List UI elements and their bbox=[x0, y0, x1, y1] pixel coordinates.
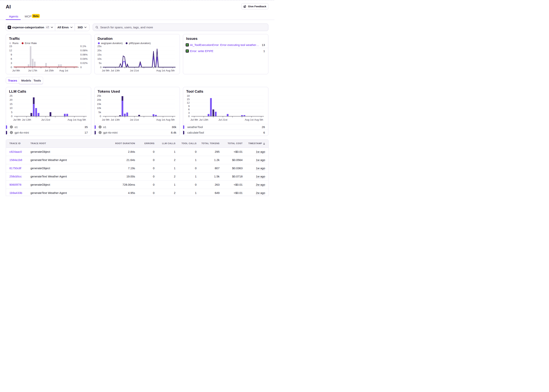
svg-text:5s: 5s bbox=[99, 62, 101, 64]
svg-text:0: 0 bbox=[100, 115, 101, 118]
svg-text:Jul 17th: Jul 17th bbox=[28, 69, 37, 72]
svg-text:15s: 15s bbox=[97, 53, 101, 56]
svg-text:Jul 13th: Jul 13th bbox=[199, 118, 208, 121]
svg-text:Jul 9th: Jul 9th bbox=[13, 118, 21, 121]
svg-text:Jul 13th: Jul 13th bbox=[111, 69, 120, 72]
svg-text:Aug 1st: Aug 1st bbox=[156, 69, 165, 72]
svg-text:Jul 21st: Jul 21st bbox=[130, 118, 139, 121]
svg-text:Aug 5th: Aug 5th bbox=[77, 118, 86, 121]
svg-text:Aug 1st: Aug 1st bbox=[59, 69, 68, 72]
svg-text:20: 20 bbox=[10, 98, 13, 101]
svg-text:15k: 15k bbox=[97, 102, 101, 105]
svg-text:0: 0 bbox=[11, 66, 12, 69]
svg-text:9: 9 bbox=[188, 105, 190, 107]
svg-text:10k: 10k bbox=[97, 107, 101, 110]
svg-text:Jul 13th: Jul 13th bbox=[111, 118, 120, 121]
svg-text:3: 3 bbox=[11, 62, 12, 64]
svg-text:Aug 1st: Aug 1st bbox=[245, 118, 254, 121]
svg-text:15: 15 bbox=[187, 98, 190, 100]
svg-text:0.08%: 0.08% bbox=[80, 49, 87, 52]
svg-text:Aug 5th: Aug 5th bbox=[254, 118, 263, 121]
svg-text:5k: 5k bbox=[98, 111, 101, 113]
svg-text:Aug 1st: Aug 1st bbox=[68, 118, 76, 121]
svg-text:18: 18 bbox=[187, 94, 190, 97]
svg-text:15: 15 bbox=[10, 102, 13, 105]
svg-text:0.1%: 0.1% bbox=[80, 45, 86, 48]
svg-text:Aug 5th: Aug 5th bbox=[166, 69, 175, 72]
svg-text:0: 0 bbox=[188, 115, 190, 118]
svg-text:15: 15 bbox=[9, 45, 12, 48]
svg-text:12: 12 bbox=[187, 101, 190, 104]
svg-text:25k: 25k bbox=[97, 94, 101, 97]
svg-text:5: 5 bbox=[11, 111, 13, 113]
svg-text:9: 9 bbox=[11, 53, 12, 56]
svg-text:Aug 5th: Aug 5th bbox=[166, 118, 175, 121]
svg-text:Jul 25th: Jul 25th bbox=[45, 69, 54, 72]
svg-text:N: N bbox=[9, 26, 10, 29]
svg-text:Jul 9th: Jul 9th bbox=[190, 118, 198, 121]
svg-text:0: 0 bbox=[100, 66, 101, 69]
svg-text:20s: 20s bbox=[97, 49, 101, 52]
svg-text:Jul 9th: Jul 9th bbox=[12, 69, 20, 72]
svg-text:10s: 10s bbox=[97, 57, 101, 60]
svg-text:3: 3 bbox=[188, 112, 190, 114]
svg-text:6: 6 bbox=[188, 108, 190, 111]
svg-text:Jul 21st: Jul 21st bbox=[218, 118, 227, 121]
svg-text:25: 25 bbox=[10, 94, 13, 97]
svg-text:Aug 1st: Aug 1st bbox=[156, 118, 165, 121]
svg-text:Jul 13th: Jul 13th bbox=[22, 118, 31, 121]
svg-text:Jul 21st: Jul 21st bbox=[41, 118, 50, 121]
svg-text:0: 0 bbox=[80, 66, 82, 69]
svg-text:20k: 20k bbox=[97, 98, 101, 101]
svg-text:10: 10 bbox=[10, 107, 13, 110]
svg-text:0.06%: 0.06% bbox=[80, 53, 87, 56]
svg-text:Jul 9th: Jul 9th bbox=[102, 69, 109, 72]
svg-text:6: 6 bbox=[11, 57, 12, 60]
svg-text:Jul 9th: Jul 9th bbox=[102, 118, 109, 121]
svg-text:0.04%: 0.04% bbox=[80, 57, 87, 60]
svg-text:0.02%: 0.02% bbox=[80, 62, 87, 64]
svg-text:Jul 21st: Jul 21st bbox=[130, 69, 139, 72]
svg-text:0: 0 bbox=[11, 115, 13, 118]
svg-text:12: 12 bbox=[9, 49, 12, 52]
svg-text:25s: 25s bbox=[97, 45, 101, 48]
